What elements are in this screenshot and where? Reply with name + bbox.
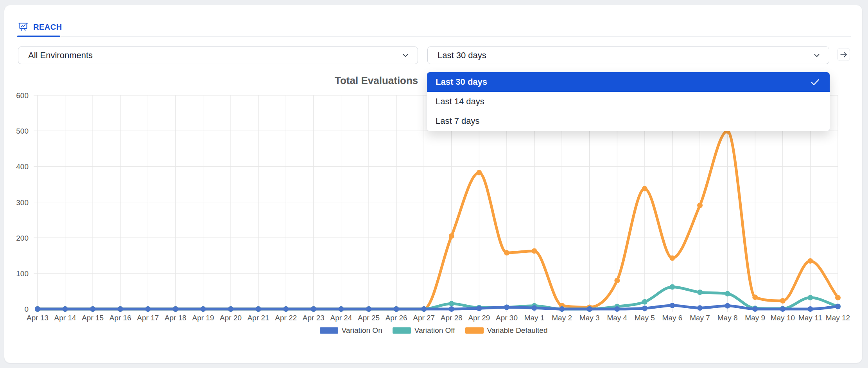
y-axis-label: 600 (16, 91, 29, 100)
menu-option-last-14-days[interactable]: Last 14 days (427, 92, 830, 111)
chart-title: Total Evaluations (335, 75, 418, 87)
menu-option-label: Last 30 days (436, 77, 487, 87)
menu-option-last-7-days[interactable]: Last 7 days (427, 111, 830, 131)
data-point (780, 306, 786, 312)
series-variation-off (35, 284, 841, 312)
data-point (63, 306, 68, 312)
x-axis-label: Apr 13 (27, 314, 48, 322)
x-axis-label: Apr 17 (137, 314, 159, 322)
data-point (614, 304, 620, 309)
x-axis-label: Apr 30 (496, 314, 518, 322)
legend-label: Variable Defaulted (487, 326, 548, 335)
data-point (366, 306, 371, 312)
data-point (118, 306, 123, 312)
reach-panel: REACH All Environments Last 30 days Tota… (4, 5, 863, 363)
data-point (752, 295, 758, 300)
data-point (532, 305, 537, 311)
data-point (228, 306, 233, 312)
data-point (476, 305, 482, 310)
data-point (421, 306, 427, 312)
data-point (311, 306, 316, 312)
apply-filters-button[interactable] (837, 48, 850, 61)
x-axis-label: Apr 21 (247, 314, 269, 322)
data-point (173, 306, 178, 312)
data-point (63, 306, 68, 312)
data-point (725, 303, 730, 309)
data-point (394, 306, 399, 312)
x-axis-label: May 2 (552, 314, 572, 322)
data-point (669, 303, 675, 308)
x-axis-label: May 8 (717, 314, 738, 322)
data-point (173, 306, 178, 312)
x-axis-label: May 9 (745, 314, 765, 322)
data-point (256, 306, 261, 312)
x-axis-label: May 7 (690, 314, 710, 322)
y-axis-label: 200 (16, 234, 29, 242)
legend-label: Variation Off (414, 326, 455, 335)
data-point (173, 306, 178, 312)
data-point (118, 306, 123, 312)
legend-label: Variation On (342, 326, 382, 335)
series-variable-defaulted (35, 128, 841, 312)
data-point (587, 304, 592, 310)
x-axis-label: Apr 22 (275, 314, 297, 322)
x-axis-label: May 3 (579, 314, 600, 322)
x-axis-label: Apr 29 (468, 314, 490, 322)
x-axis-label: Apr 18 (165, 314, 187, 322)
presentation-chart-icon (18, 22, 29, 32)
x-axis-label: Apr 24 (330, 314, 352, 322)
data-point (669, 255, 675, 261)
data-point (35, 306, 40, 312)
data-point (642, 299, 647, 305)
data-point (35, 306, 40, 312)
data-point (780, 298, 786, 304)
environment-select[interactable]: All Environments (18, 46, 418, 64)
data-point (283, 306, 289, 312)
data-point (449, 301, 454, 306)
x-axis-label: Apr 26 (386, 314, 407, 322)
date-range-select[interactable]: Last 30 days (427, 46, 829, 64)
y-axis-label: 0 (24, 305, 29, 313)
x-axis-label: Apr 28 (441, 314, 463, 322)
tab-reach[interactable]: REACH (18, 18, 62, 36)
data-point (449, 306, 454, 312)
data-point (394, 306, 399, 312)
legend-swatch (465, 327, 484, 334)
data-point (311, 306, 316, 312)
data-point (697, 203, 703, 208)
data-point (697, 305, 703, 311)
chevron-down-icon (812, 51, 821, 60)
menu-option-last-30-days[interactable]: Last 30 days (427, 72, 830, 92)
x-axis-label: May 6 (662, 314, 683, 322)
data-point (449, 233, 454, 239)
x-axis-label: Apr 15 (82, 314, 104, 322)
data-point (35, 306, 40, 312)
data-point (835, 304, 841, 309)
data-point (807, 258, 813, 264)
data-point (201, 306, 206, 312)
data-point (476, 305, 482, 311)
data-point (614, 306, 620, 312)
data-point (559, 306, 565, 312)
data-point (559, 306, 565, 312)
legend-swatch (393, 327, 411, 334)
legend-item-variation-on[interactable]: Variation On (320, 326, 382, 335)
x-axis-label: May 10 (771, 314, 795, 322)
data-point (228, 306, 233, 312)
data-point (476, 170, 482, 175)
chevron-down-icon (401, 51, 410, 60)
y-axis-label: 400 (16, 163, 29, 171)
x-axis-label: Apr 19 (192, 314, 214, 322)
legend-item-variation-off[interactable]: Variation Off (393, 326, 455, 335)
legend-item-variable-defaulted[interactable]: Variable Defaulted (465, 326, 548, 335)
x-axis-label: Apr 27 (413, 314, 435, 322)
x-axis-label: May 12 (826, 314, 850, 322)
x-axis-label: Apr 23 (303, 314, 325, 322)
environment-select-value: All Environments (28, 50, 93, 61)
data-point (201, 306, 206, 312)
data-point (725, 291, 730, 297)
arrow-right-icon (839, 50, 848, 59)
data-point (338, 306, 344, 312)
date-range-dropdown-menu: Last 30 daysLast 14 daysLast 7 days (427, 72, 830, 131)
x-axis-label: Apr 14 (54, 314, 76, 322)
